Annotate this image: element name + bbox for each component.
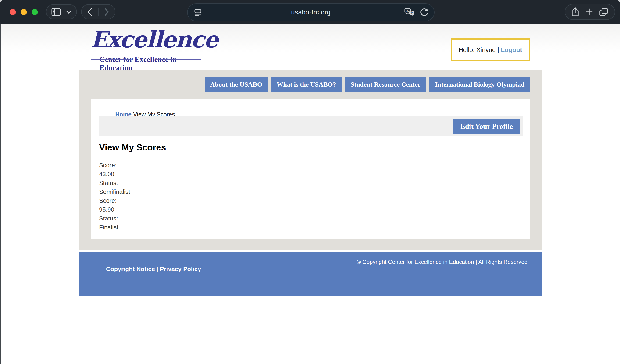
privacy-policy-link[interactable]: Privacy Policy	[160, 265, 201, 273]
status-label: Status:	[99, 214, 130, 223]
nav-what-is-usabo[interactable]: What is the USABO?	[271, 77, 341, 92]
forward-button[interactable]	[104, 8, 109, 16]
site-footer: Copyright Notice | Privacy Policy © Copy…	[79, 252, 542, 296]
browser-chrome: usabo-trc.org A 文	[0, 0, 620, 24]
score-label: Score:	[99, 161, 130, 170]
translate-icon[interactable]: A 文	[404, 7, 415, 17]
window-actions-group	[565, 4, 615, 20]
greeting-text: Hello, Xinyue |	[459, 46, 501, 54]
status-value: Semifinalist	[99, 187, 130, 196]
reload-icon[interactable]	[419, 7, 429, 17]
actions-bar: Edit Your Profile	[99, 116, 523, 136]
scores-list: Score: 43.00 Status: Semifinalist Score:…	[99, 161, 130, 232]
cee-logo[interactable]: Excellence Center for Excellence in Educ…	[91, 27, 207, 72]
close-window-button[interactable]	[10, 9, 16, 15]
nav-about-usabo[interactable]: About the USABO	[205, 77, 268, 92]
browser-window: usabo-trc.org A 文	[0, 0, 620, 364]
history-nav-group	[81, 4, 115, 19]
logo-underline	[157, 58, 201, 59]
main-nav: About the USABO What is the USABO? Stude…	[205, 77, 530, 92]
logout-link[interactable]: Logout	[501, 46, 522, 54]
score-label: Score:	[99, 196, 130, 205]
address-bar[interactable]: usabo-trc.org A 文	[187, 3, 434, 21]
minimize-window-button[interactable]	[21, 9, 27, 15]
new-tab-icon[interactable]	[585, 8, 593, 16]
content-band: About the USABO What is the USABO? Stude…	[79, 70, 542, 250]
content-card: Home View My Scores Edit Your Profile Vi…	[91, 99, 530, 239]
logo-script-text: Excellence	[91, 27, 207, 52]
score-value: 95.90	[99, 205, 130, 214]
logo-underline	[91, 58, 131, 59]
sidebar-toggle-icon[interactable]	[51, 8, 61, 16]
tab-overview-icon[interactable]	[599, 7, 608, 16]
score-value: 43.00	[99, 170, 130, 178]
sidebar-toggle-group	[46, 4, 77, 19]
page-content: Excellence Center for Excellence in Educ…	[0, 24, 620, 364]
page-title: View My Scores	[99, 143, 166, 153]
divider	[98, 8, 99, 16]
nav-international-biology-olympiad[interactable]: International Biology Olympiad	[429, 77, 530, 92]
share-icon[interactable]	[571, 7, 579, 17]
fullscreen-window-button[interactable]	[31, 9, 38, 15]
status-value: Finalist	[99, 223, 130, 232]
user-greeting-box: Hello, Xinyue | Logout	[451, 39, 530, 61]
nav-student-resource-center[interactable]: Student Resource Center	[345, 77, 426, 92]
chevron-down-icon[interactable]	[66, 10, 72, 14]
footer-links: Copyright Notice | Privacy Policy	[93, 258, 201, 280]
window-edge	[0, 24, 1, 364]
copyright-notice-link[interactable]: Copyright Notice	[106, 265, 155, 273]
status-label: Status:	[99, 178, 130, 187]
footer-copyright-text: © Copyright Center for Excellence in Edu…	[357, 259, 527, 265]
footer-separator: |	[155, 265, 160, 273]
back-button[interactable]	[87, 8, 92, 16]
edit-profile-button[interactable]: Edit Your Profile	[453, 119, 520, 134]
svg-text:A: A	[406, 9, 409, 13]
svg-text:文: 文	[410, 11, 414, 15]
url-text: usabo-trc.org	[187, 9, 434, 16]
